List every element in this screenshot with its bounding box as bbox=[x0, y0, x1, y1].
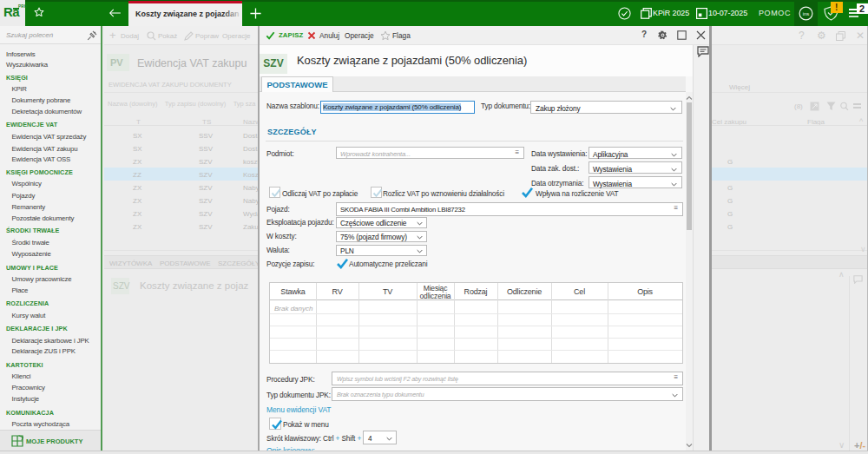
svg-text:ins: ins bbox=[803, 11, 810, 16]
